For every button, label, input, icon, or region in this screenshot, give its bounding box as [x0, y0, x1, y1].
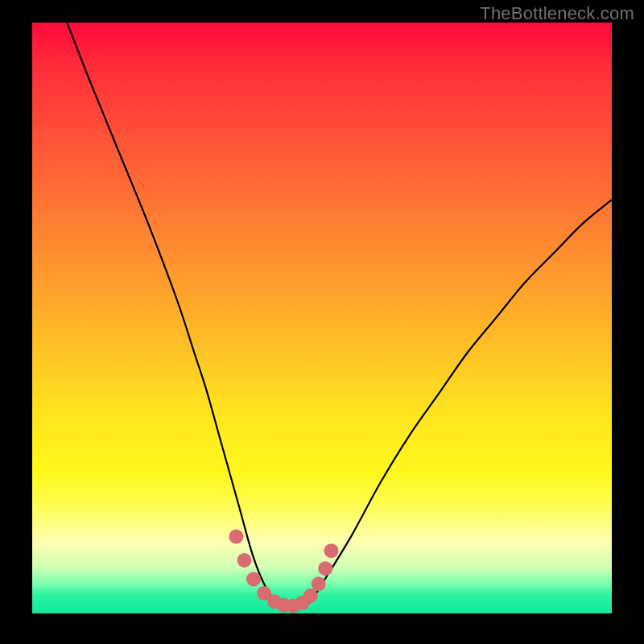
highlight-marker — [312, 576, 326, 591]
highlight-marker — [318, 561, 332, 576]
highlight-marker — [237, 553, 252, 568]
plot-area — [32, 23, 612, 613]
watermark-text: TheBottleneck.com — [480, 3, 634, 24]
highlight-markers — [229, 530, 338, 613]
curve-path — [67, 23, 612, 609]
chart-stage: TheBottleneck.com — [0, 0, 644, 644]
highlight-marker — [324, 543, 339, 558]
highlight-marker — [246, 572, 261, 586]
curve-layer — [32, 23, 612, 613]
bottleneck-curve — [67, 23, 612, 609]
highlight-marker — [229, 530, 243, 544]
highlight-marker — [303, 588, 318, 603]
